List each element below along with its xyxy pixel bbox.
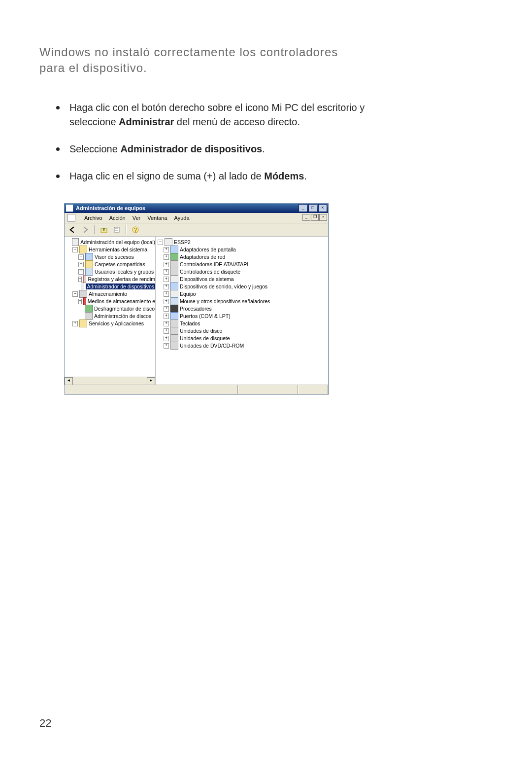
tree-node-label: Desfragmentador de disco: [94, 306, 155, 312]
expander-icon[interactable]: +: [164, 269, 169, 275]
tree-node-icon: [83, 275, 86, 283]
bullet-2: Seleccione Administrador de dispositivos…: [66, 140, 377, 156]
tree-item[interactable]: +Medios de almacenamiento e: [78, 298, 155, 305]
right-tree-pane[interactable]: –ESSP2+Adaptadores de pantalla+Adaptador…: [156, 237, 328, 385]
expander-icon[interactable]: +: [78, 299, 82, 304]
tree-item[interactable]: Administración de discos: [78, 313, 155, 320]
expander-icon[interactable]: +: [164, 291, 169, 297]
mdi-minimize[interactable]: _: [302, 214, 310, 221]
title-bar[interactable]: Administración de equipos _ □ ×: [65, 204, 328, 213]
tree-item[interactable]: +Servicios y Aplicaciones: [72, 320, 155, 327]
expander-icon[interactable]: +: [78, 262, 84, 267]
tree-node-icon: [79, 290, 87, 298]
tree-item[interactable]: –Almacenamiento: [72, 290, 155, 298]
left-tree-pane[interactable]: Administración del equipo (local)–Herram…: [65, 237, 156, 385]
menu-bar: Archivo Acción Ver Ventana Ayuda _ ❐ ×: [65, 213, 328, 223]
tree-item[interactable]: Administrador de dispositivos: [78, 283, 155, 290]
mmc-window: Administración de equipos _ □ × Archivo …: [64, 203, 329, 394]
up-folder-button[interactable]: [99, 225, 109, 235]
device-category[interactable]: +Controladoras IDE ATA/ATAPI: [164, 261, 328, 268]
maximize-button[interactable]: □: [308, 204, 317, 212]
expander-icon[interactable]: –: [72, 247, 78, 252]
expander-icon[interactable]: +: [164, 254, 169, 260]
tree-node-icon: [83, 297, 86, 305]
device-label: Dispositivos de sonido, vídeo y juegos: [180, 283, 267, 289]
tree-item[interactable]: +Registros y alertas de rendim: [78, 276, 155, 283]
menu-accion[interactable]: Acción: [109, 215, 126, 221]
menu-ver[interactable]: Ver: [133, 215, 141, 221]
back-button[interactable]: [67, 225, 77, 235]
expander-icon[interactable]: +: [78, 277, 82, 282]
help-button[interactable]: ?: [131, 225, 140, 235]
toolbar: ?: [65, 223, 328, 237]
device-label: Controladores de disquete: [180, 269, 240, 275]
tree-node-icon: [85, 305, 93, 313]
device-root[interactable]: –ESSP2: [158, 239, 328, 246]
tree-node-label: Medios de almacenamiento e: [88, 298, 155, 304]
menu-archivo[interactable]: Archivo: [84, 215, 102, 221]
bullet-1-post: del menú de acceso directo.: [174, 116, 300, 127]
expander-icon[interactable]: +: [78, 254, 84, 260]
expander-icon[interactable]: +: [164, 247, 169, 252]
scroll-right-icon[interactable]: ►: [147, 377, 155, 385]
forward-button[interactable]: [80, 225, 90, 235]
device-category[interactable]: +Unidades de DVD/CD-ROM: [164, 342, 328, 350]
svg-text:?: ?: [134, 227, 137, 233]
expander-icon[interactable]: –: [72, 291, 78, 297]
menu-ayuda[interactable]: Ayuda: [174, 215, 190, 221]
expander-icon[interactable]: +: [164, 262, 169, 267]
device-category[interactable]: +Controladores de disquete: [164, 268, 328, 276]
tree-item[interactable]: +Visor de sucesos: [78, 253, 155, 261]
tree-node-label: Herramientas del sistema: [89, 247, 147, 252]
device-icon: [170, 342, 178, 350]
tree-node-icon: [85, 253, 93, 261]
device-icon: [170, 297, 178, 305]
properties-button[interactable]: [112, 225, 122, 235]
minimize-button[interactable]: _: [299, 204, 307, 212]
mdi-close[interactable]: ×: [319, 214, 327, 221]
bullet-2-pre: Seleccione: [69, 143, 120, 154]
device-category[interactable]: +Dispositivos de sonido, vídeo y juegos: [164, 283, 328, 290]
expander-icon[interactable]: +: [164, 343, 169, 349]
device-root-label: ESSP2: [174, 239, 191, 245]
scroll-left-icon[interactable]: ◄: [65, 377, 73, 385]
tree-item[interactable]: +Carpetas compartidas: [78, 261, 155, 268]
tree-item[interactable]: Administración del equipo (local): [66, 239, 155, 246]
tree-node-label: Administrador de dispositivos: [86, 283, 155, 289]
device-category[interactable]: +Puertos (COM & LPT): [164, 313, 328, 320]
tree-node-icon: [72, 238, 79, 246]
tree-item[interactable]: Desfragmentador de disco: [78, 305, 155, 313]
device-category[interactable]: +Adaptadores de red: [164, 253, 328, 261]
expander-icon[interactable]: +: [164, 277, 169, 282]
section-heading: Windows no instaló correctamente los con…: [39, 44, 355, 76]
expander-icon[interactable]: +: [164, 306, 169, 312]
left-scrollbar[interactable]: ◄ ►: [65, 377, 155, 385]
bullet-1-bold: Administrar: [119, 116, 174, 127]
expander-icon[interactable]: +: [164, 336, 169, 341]
expander-icon[interactable]: +: [164, 299, 169, 304]
window-title: Administración de equipos: [76, 204, 299, 213]
app-icon: [66, 204, 73, 212]
expander-icon[interactable]: +: [164, 314, 169, 319]
tree-item[interactable]: +Usuarios locales y grupos: [78, 268, 155, 276]
device-category[interactable]: +Teclados: [164, 320, 328, 327]
device-category[interactable]: +Procesadores: [164, 305, 328, 313]
menu-ventana[interactable]: Ventana: [147, 215, 167, 221]
device-category[interactable]: +Dispositivos de sistema: [164, 276, 328, 283]
expander-icon[interactable]: +: [72, 321, 78, 326]
expander-icon[interactable]: +: [164, 328, 169, 334]
tree-item[interactable]: –Herramientas del sistema: [72, 246, 155, 253]
mdi-restore[interactable]: ❐: [311, 214, 319, 221]
device-category[interactable]: +Adaptadores de pantalla: [164, 246, 328, 253]
device-category[interactable]: +Unidades de disco: [164, 327, 328, 335]
expander-icon[interactable]: +: [164, 284, 169, 289]
close-button[interactable]: ×: [318, 204, 327, 212]
expander-icon[interactable]: +: [78, 269, 84, 275]
device-category[interactable]: +Unidades de disquete: [164, 335, 328, 342]
device-category[interactable]: +Equipo: [164, 290, 328, 298]
device-label: Procesadores: [180, 306, 212, 312]
expander-icon[interactable]: +: [164, 321, 169, 326]
device-icon: [170, 334, 178, 342]
device-category[interactable]: +Mouse y otros dispositivos señaladores: [164, 298, 328, 305]
expander-icon[interactable]: –: [158, 240, 163, 245]
